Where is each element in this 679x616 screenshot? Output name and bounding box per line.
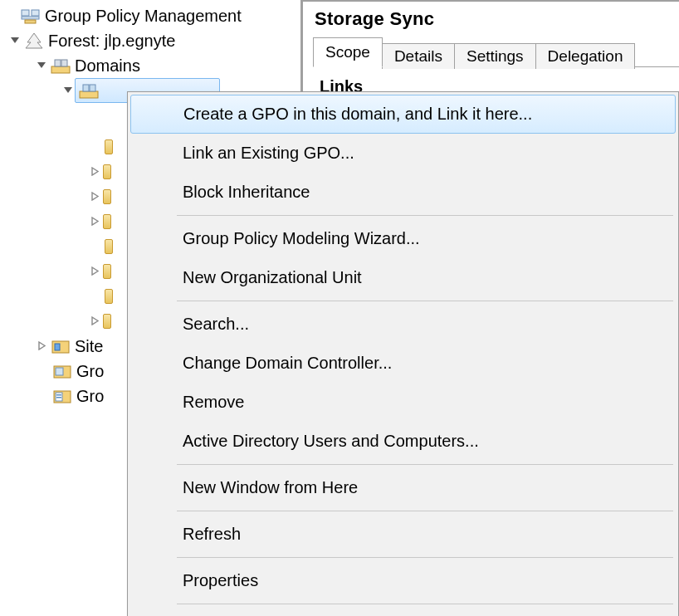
menu-item-label: Block Inheritance [183, 183, 310, 202]
domain-icon [78, 81, 100, 100]
expander-closed-icon[interactable] [88, 189, 101, 203]
expander-closed-icon[interactable] [88, 164, 101, 178]
tree-root-label: Group Policy Management [45, 6, 242, 26]
menu-item-label: Properties [183, 571, 258, 590]
svg-rect-0 [22, 10, 29, 16]
tab-bar: Scope Details Settings Delegation [313, 37, 679, 66]
expander-closed-icon[interactable] [35, 339, 48, 352]
svg-rect-13 [56, 368, 63, 375]
expander-closed-icon[interactable] [88, 264, 101, 277]
menu-change-dc[interactable]: Change Domain Controller... [130, 344, 676, 383]
sites-icon [50, 337, 71, 355]
svg-rect-16 [56, 394, 61, 396]
menu-separator [177, 301, 673, 301]
menu-item-label: Refresh [183, 525, 241, 544]
menu-separator [177, 557, 673, 558]
svg-rect-5 [55, 60, 61, 66]
svg-rect-6 [61, 60, 67, 66]
menu-refresh[interactable]: Refresh [130, 515, 676, 554]
menu-item-label: Group Policy Modeling Wizard... [183, 229, 420, 248]
menu-new-ou[interactable]: New Organizational Unit [130, 258, 676, 297]
folder-icon [103, 189, 111, 204]
expander-open-icon[interactable] [35, 58, 48, 71]
svg-rect-1 [32, 10, 39, 16]
svg-rect-4 [51, 66, 70, 73]
svg-rect-3 [25, 20, 36, 23]
tree-root[interactable]: ▶ Group Policy Management [0, 3, 300, 28]
tree-forest-label: Forest: jlp.egnyte [48, 31, 175, 51]
svg-rect-2 [22, 17, 39, 19]
folder-icon [103, 214, 111, 229]
tree-sites-label: Site [75, 336, 103, 356]
svg-rect-9 [90, 85, 95, 91]
folder-icon [103, 314, 111, 329]
gp-modeling-icon [51, 362, 73, 380]
menu-properties[interactable]: Properties [130, 561, 676, 600]
menu-link-existing-gpo[interactable]: Link an Existing GPO... [130, 134, 676, 173]
svg-rect-8 [83, 85, 89, 91]
menu-separator [177, 215, 673, 216]
menu-item-label: Active Directory Users and Computers... [183, 432, 479, 451]
tree-domains[interactable]: Domains [0, 53, 300, 78]
menu-remove[interactable]: Remove [130, 383, 676, 422]
menu-aduc[interactable]: Active Directory Users and Computers... [130, 422, 676, 461]
tree-gp-modeling-label: Gro [76, 361, 104, 381]
tree-forest[interactable]: Forest: jlp.egnyte [0, 28, 300, 53]
svg-rect-17 [56, 397, 61, 398]
menu-help[interactable]: Help [130, 608, 676, 616]
menu-new-window[interactable]: New Window from Here [130, 468, 676, 507]
menu-item-label: New Window from Here [183, 478, 358, 497]
menu-item-label: Link an Existing GPO... [183, 144, 354, 163]
folder-icon [105, 139, 113, 154]
menu-separator [177, 604, 673, 604]
menu-separator [177, 464, 673, 465]
mmc-root-icon [20, 7, 42, 25]
menu-block-inheritance[interactable]: Block Inheritance [130, 173, 676, 212]
forest-icon [23, 32, 45, 50]
folder-icon [103, 264, 111, 279]
svg-rect-7 [80, 91, 98, 98]
expander-closed-icon[interactable] [88, 314, 101, 327]
page-title: Storage Sync [315, 8, 679, 30]
gp-results-icon [51, 387, 73, 405]
menu-item-label: Remove [183, 393, 244, 412]
svg-rect-11 [55, 344, 60, 350]
menu-item-label: Create a GPO in this domain, and Link it… [183, 105, 532, 124]
expander-open-icon[interactable] [61, 83, 75, 96]
folder-icon [103, 164, 111, 179]
expander-open-icon[interactable] [8, 33, 22, 46]
tree-domains-label: Domains [75, 56, 140, 76]
expander-closed-icon[interactable] [88, 214, 101, 227]
menu-item-label: Change Domain Controller... [183, 354, 392, 373]
tab-details[interactable]: Details [382, 43, 455, 69]
tab-settings[interactable]: Settings [454, 43, 536, 69]
menu-item-label: Search... [183, 315, 249, 334]
tab-scope[interactable]: Scope [313, 37, 383, 67]
menu-gp-modeling-wizard[interactable]: Group Policy Modeling Wizard... [130, 219, 676, 258]
menu-search[interactable]: Search... [130, 305, 676, 344]
menu-separator [177, 511, 673, 511]
menu-create-gpo[interactable]: Create a GPO in this domain, and Link it… [130, 95, 676, 134]
context-menu: Create a GPO in this domain, and Link it… [127, 91, 679, 616]
folder-icon [105, 289, 113, 304]
tree-gp-results-label: Gro [76, 386, 104, 406]
tab-delegation[interactable]: Delegation [535, 43, 636, 69]
folder-icon [105, 239, 113, 254]
domains-icon [50, 56, 71, 75]
menu-item-label: New Organizational Unit [183, 268, 362, 287]
